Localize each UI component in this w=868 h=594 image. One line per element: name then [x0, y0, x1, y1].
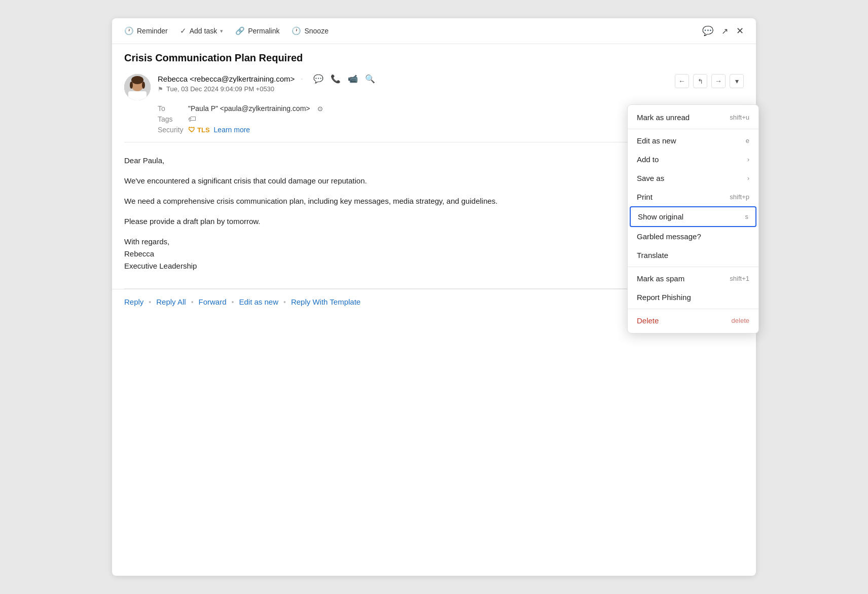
menu-edit-as-new[interactable]: Edit as new e: [628, 131, 758, 150]
menu-div1: [628, 129, 758, 129]
svg-point-3: [131, 76, 143, 84]
forward-link[interactable]: Forward: [199, 298, 227, 306]
print-shortcut: shift+p: [730, 193, 749, 201]
menu-mark-spam[interactable]: Mark as spam shift+1: [628, 269, 758, 288]
email-container: 🕐 Reminder ✓ Add task ▾ 🔗 Permalink 🕐 Sn…: [112, 18, 756, 576]
check-icon: ✓: [180, 26, 187, 35]
dropdown-menu: Mark as unread shift+u Edit as new e Add…: [627, 104, 759, 333]
security-label: Security: [158, 126, 184, 134]
menu-div2: [628, 267, 758, 267]
edit-as-new-shortcut: e: [746, 137, 749, 144]
edit-as-new-label: Edit as new: [637, 136, 676, 145]
add-to-label: Add to: [637, 155, 659, 164]
delete-shortcut: delete: [732, 317, 749, 324]
tag-icon: 🏷: [188, 115, 196, 124]
toolbar: 🕐 Reminder ✓ Add task ▾ 🔗 Permalink 🕐 Sn…: [112, 18, 756, 44]
search-icon[interactable]: 🔍: [365, 74, 375, 84]
garbled-label: Garbled message?: [637, 232, 701, 241]
permalink-label: Permalink: [248, 27, 279, 35]
sep2: •: [191, 298, 194, 306]
forward-nav-button[interactable]: →: [711, 74, 726, 88]
svg-point-5: [142, 82, 145, 89]
sep4: •: [283, 298, 286, 306]
menu-save-as[interactable]: Save as ›: [628, 169, 758, 188]
shield-icon: 🛡: [188, 126, 195, 134]
expand-icon[interactable]: ↗: [721, 26, 728, 36]
menu-show-original[interactable]: Show original s: [630, 206, 756, 227]
mark-spam-label: Mark as spam: [637, 274, 684, 283]
dot-sep: ·: [301, 75, 303, 84]
show-original-shortcut: s: [745, 213, 749, 220]
to-value: "Paula P" <paula@zylkertraining.com>: [188, 104, 310, 113]
flag-icon: ⚑: [158, 86, 163, 93]
date-text: Tue, 03 Dec 2024 9:04:09 PM +0530: [166, 85, 274, 93]
reply-with-template-link[interactable]: Reply With Template: [291, 298, 360, 306]
permalink-button[interactable]: 🔗 Permalink: [235, 26, 279, 35]
show-original-label: Show original: [638, 212, 683, 221]
add-task-chevron: ▾: [220, 28, 223, 34]
edit-as-new-link[interactable]: Edit as new: [239, 298, 278, 306]
sender-info: Rebecca <rebecca@zylkertraining.com> · 💬…: [158, 74, 375, 93]
nav-buttons: ← ↰ → ▾: [675, 74, 744, 88]
menu-mark-unread[interactable]: Mark as unread shift+u: [628, 108, 758, 127]
to-label: To: [158, 104, 184, 113]
phone-icon[interactable]: 📞: [331, 74, 341, 84]
toolbar-right: 💬 ↗ ✕: [702, 25, 744, 36]
sep1: •: [149, 298, 151, 306]
link-icon: 🔗: [235, 26, 245, 35]
reply-back-button[interactable]: ←: [675, 74, 689, 88]
menu-div3: [628, 309, 758, 309]
menu-translate[interactable]: Translate: [628, 246, 758, 265]
report-phishing-label: Report Phishing: [637, 293, 691, 302]
expand-to-button[interactable]: ⊙: [317, 105, 323, 113]
save-as-label: Save as: [637, 174, 664, 182]
learn-more-link[interactable]: Learn more: [214, 126, 250, 134]
menu-delete[interactable]: Delete delete: [628, 311, 758, 330]
avatar: [124, 74, 151, 100]
snooze-button[interactable]: 🕐 Snooze: [292, 26, 328, 35]
reminder-label: Reminder: [137, 27, 168, 35]
svg-point-4: [130, 82, 133, 89]
save-as-chevron: ›: [747, 174, 749, 182]
chat-bubble-icon[interactable]: 💬: [313, 74, 323, 84]
reminder-icon: 🕐: [124, 26, 134, 35]
delete-label: Delete: [637, 316, 659, 325]
add-to-chevron: ›: [747, 156, 749, 163]
chat-icon[interactable]: 💬: [702, 25, 713, 36]
reply-all-back-button[interactable]: ↰: [693, 74, 707, 88]
tags-label: Tags: [158, 115, 184, 123]
menu-print[interactable]: Print shift+p: [628, 188, 758, 206]
menu-garbled[interactable]: Garbled message?: [628, 227, 758, 246]
snooze-label: Snooze: [304, 27, 328, 35]
sep3: •: [232, 298, 234, 306]
add-task-button[interactable]: ✓ Add task ▾: [180, 26, 223, 35]
add-task-label: Add task: [190, 27, 217, 35]
translate-label: Translate: [637, 251, 668, 259]
sender-icons: 💬 📞 📹 🔍: [313, 74, 375, 84]
more-menu-button[interactable]: ▾: [730, 74, 744, 88]
print-label: Print: [637, 193, 653, 201]
reminder-button[interactable]: 🕐 Reminder: [124, 26, 168, 35]
menu-report-phishing[interactable]: Report Phishing: [628, 288, 758, 307]
tls-text: TLS: [197, 126, 210, 134]
reply-all-link[interactable]: Reply All: [156, 298, 186, 306]
svg-rect-1: [128, 91, 147, 100]
tls-badge: 🛡 TLS: [188, 126, 210, 134]
mark-spam-shortcut: shift+1: [730, 275, 749, 282]
snooze-icon: 🕐: [292, 26, 301, 35]
reply-link[interactable]: Reply: [124, 298, 143, 306]
email-subject: Crisis Communication Plan Required: [112, 44, 756, 70]
mark-unread-label: Mark as unread: [637, 113, 690, 122]
close-icon[interactable]: ✕: [736, 25, 744, 36]
menu-add-to[interactable]: Add to ›: [628, 150, 758, 169]
mark-unread-shortcut: shift+u: [730, 114, 749, 121]
sender-name: Rebecca <rebecca@zylkertraining.com>: [158, 75, 295, 83]
video-icon[interactable]: 📹: [348, 74, 358, 84]
sender-date: ⚑ Tue, 03 Dec 2024 9:04:09 PM +0530: [158, 85, 375, 93]
